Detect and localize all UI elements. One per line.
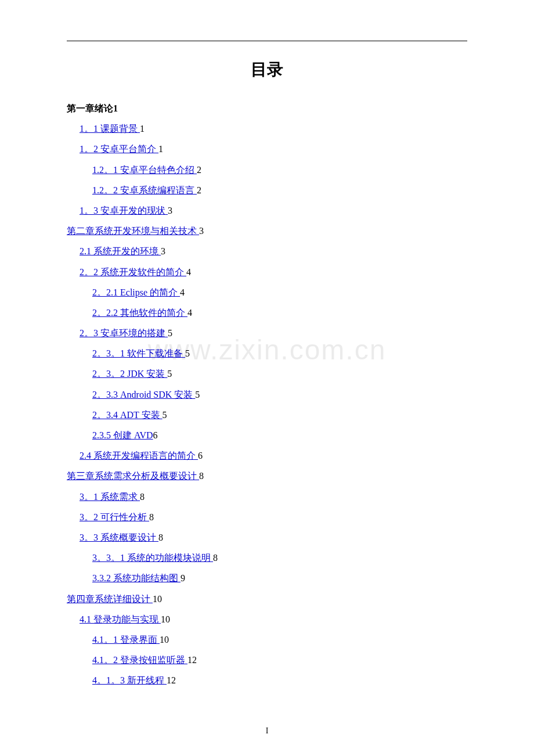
toc-page-number: 5 — [167, 369, 172, 379]
toc-page-number: 2 — [197, 185, 201, 195]
toc-page-number: 12 — [187, 655, 197, 665]
page-number: I — [0, 726, 534, 736]
toc-link[interactable]: 4。1。3 新开线程 — [92, 675, 167, 685]
document-page: 目录 第一章绪论11。1 课题背景 11。2 安卓平台简介 11.2。1 安卓平… — [0, 0, 534, 690]
toc-page-number: 10 — [153, 594, 162, 604]
toc-entry: 4。1。3 新开线程 12 — [67, 670, 467, 690]
toc-link[interactable]: 4.1 登录功能与实现 — [80, 614, 161, 624]
toc-page-number: 8 — [213, 553, 218, 563]
toc-entry: 第三章系统需求分析及概要设计 8 — [67, 466, 467, 486]
toc-link[interactable]: 2。3。1 软件下载准备 — [92, 348, 185, 358]
toc-entry: 2.3.5 创建 AVD6 — [67, 425, 467, 445]
toc-entry: 第二章系统开发环境与相关技术 3 — [67, 221, 467, 241]
toc-link[interactable]: 2。2.1 Eclipse 的简介 — [92, 287, 180, 297]
toc-link[interactable]: 4.1。1 登录界面 — [92, 635, 160, 645]
toc-page-number: 12 — [167, 675, 176, 685]
toc-entry: 2。3。1 软件下载准备 5 — [67, 343, 467, 363]
toc-entry: 3。3 系统概要设计 8 — [67, 527, 467, 548]
toc-page-number: 4 — [187, 308, 192, 318]
toc-entry: 4.1 登录功能与实现 10 — [67, 609, 467, 629]
toc-link[interactable]: 2。2 系统开发软件的简介 — [80, 267, 186, 277]
toc-page-number: 6 — [198, 451, 203, 460]
table-of-contents: 第一章绪论11。1 课题背景 11。2 安卓平台简介 11.2。1 安卓平台特色… — [67, 98, 467, 690]
toc-link[interactable]: 2。2.2 其他软件的简介 — [92, 308, 187, 318]
toc-entry: 2。3 安卓环境的搭建 5 — [67, 323, 467, 343]
toc-link[interactable]: 第三章系统需求分析及概要设计 — [67, 471, 199, 481]
toc-entry: 2。2.2 其他软件的简介 4 — [67, 303, 467, 323]
toc-link[interactable]: 1。3 安卓开发的现状 — [80, 206, 168, 215]
toc-entry: 2。3。2 JDK 安装 5 — [67, 363, 467, 384]
toc-page-number: 5 — [185, 348, 190, 358]
toc-entry: 1.2。2 安卓系统编程语言 2 — [67, 180, 467, 200]
page-title: 目录 — [67, 59, 467, 81]
toc-entry: 第四章系统详细设计 10 — [67, 589, 467, 609]
toc-entry: 3。1 系统需求 8 — [67, 487, 467, 507]
toc-link[interactable]: 3。3 系统概要设计 — [80, 532, 158, 542]
toc-entry: 3。2 可行性分析 8 — [67, 507, 467, 527]
toc-link[interactable]: 2。3.4 ADT 安装 — [92, 410, 163, 420]
toc-entry: 第一章绪论1 — [67, 98, 467, 118]
toc-page-number: 5 — [195, 390, 200, 399]
toc-link[interactable]: 2.4 系统开发编程语言的简介 — [80, 451, 198, 460]
toc-entry: 2。3.3 Android SDK 安装 5 — [67, 384, 467, 405]
toc-text: 第一章绪论 — [67, 103, 113, 113]
toc-entry: 4.1。2 登录按钮监听器 12 — [67, 650, 467, 670]
toc-entry: 2。3.4 ADT 安装 5 — [67, 405, 467, 425]
toc-page-number: 9 — [181, 573, 185, 583]
toc-page-number: 5 — [168, 328, 172, 338]
toc-page-number: 8 — [158, 532, 163, 542]
toc-page-number: 6 — [153, 430, 158, 440]
toc-entry: 2.4 系统开发编程语言的简介 6 — [67, 445, 467, 466]
toc-page-number: 10 — [160, 635, 169, 645]
toc-entry: 2.1 系统开发的环境 3 — [67, 241, 467, 261]
toc-link[interactable]: 3。2 可行性分析 — [80, 512, 149, 522]
toc-entry: 1。2 安卓平台简介 1 — [67, 139, 467, 159]
toc-entry: 2。2.1 Eclipse 的简介 4 — [67, 282, 467, 303]
toc-link[interactable]: 2.3.5 创建 AVD — [92, 430, 153, 440]
toc-entry: 4.1。1 登录界面 10 — [67, 629, 467, 650]
toc-page-number: 3 — [161, 246, 165, 256]
toc-entry: 1.2。1 安卓平台特色介绍 2 — [67, 160, 467, 180]
toc-page-number: 3 — [199, 226, 204, 236]
toc-entry: 3.3.2 系统功能结构图 9 — [67, 568, 467, 588]
toc-page-number: 3 — [168, 206, 172, 215]
toc-page-number: 1 — [158, 144, 163, 154]
toc-link[interactable]: 3。1 系统需求 — [80, 492, 140, 502]
toc-page-number: 8 — [140, 492, 145, 502]
toc-link[interactable]: 第四章系统详细设计 — [67, 594, 153, 604]
toc-page-number: 1 — [113, 103, 118, 113]
toc-entry: 3。3。1 系统的功能模块说明 8 — [67, 548, 467, 568]
toc-page-number: 4 — [180, 287, 185, 297]
toc-link[interactable]: 3.3.2 系统功能结构图 — [92, 573, 181, 583]
toc-link[interactable]: 1。1 课题背景 — [80, 124, 140, 134]
toc-link[interactable]: 2。3。2 JDK 安装 — [92, 369, 167, 379]
toc-page-number: 5 — [163, 410, 167, 420]
toc-link[interactable]: 1。2 安卓平台简介 — [80, 144, 158, 154]
toc-link[interactable]: 第二章系统开发环境与相关技术 — [67, 226, 199, 236]
toc-link[interactable]: 1.2。1 安卓平台特色介绍 — [92, 165, 197, 175]
toc-page-number: 8 — [149, 512, 154, 522]
toc-entry: 2。2 系统开发软件的简介 4 — [67, 262, 467, 282]
toc-page-number: 4 — [186, 267, 191, 277]
toc-link[interactable]: 2.1 系统开发的环境 — [80, 246, 161, 256]
toc-page-number: 2 — [197, 165, 201, 175]
header-rule — [67, 41, 467, 41]
toc-link[interactable]: 4.1。2 登录按钮监听器 — [92, 655, 187, 665]
toc-page-number: 10 — [161, 614, 170, 624]
toc-link[interactable]: 2。3 安卓环境的搭建 — [80, 328, 168, 338]
toc-page-number: 1 — [140, 124, 145, 134]
toc-link[interactable]: 3。3。1 系统的功能模块说明 — [92, 553, 213, 563]
toc-link[interactable]: 1.2。2 安卓系统编程语言 — [92, 185, 197, 195]
toc-page-number: 8 — [199, 471, 204, 481]
toc-link[interactable]: 2。3.3 Android SDK 安装 — [92, 390, 195, 399]
toc-entry: 1。3 安卓开发的现状 3 — [67, 200, 467, 221]
toc-entry: 1。1 课题背景 1 — [67, 118, 467, 139]
